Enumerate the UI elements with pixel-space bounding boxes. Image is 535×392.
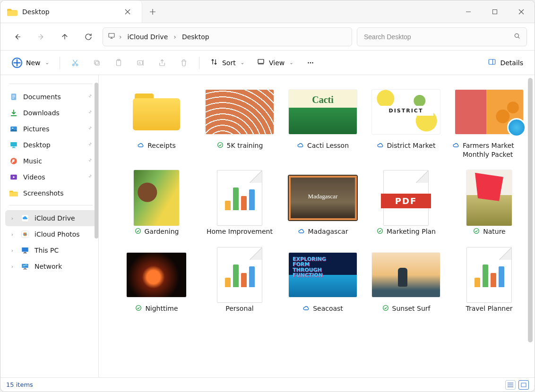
- cloud-status-icon: [302, 304, 310, 312]
- file-item[interactable]: Cacti Lesson: [286, 86, 360, 159]
- chevron-right-icon[interactable]: ›: [9, 215, 16, 222]
- file-item[interactable]: Nighttime: [120, 249, 193, 313]
- file-item[interactable]: Seacoast: [286, 249, 360, 313]
- delete-button[interactable]: [174, 54, 193, 71]
- sidebar-item-icloud-drive[interactable]: ›iCloud Drive: [5, 210, 96, 226]
- rename-button[interactable]: A: [131, 54, 150, 71]
- tab-close-button[interactable]: [121, 5, 134, 18]
- search-icon: [513, 32, 521, 41]
- chevron-right-icon[interactable]: ›: [9, 231, 16, 238]
- iphotos-icon: [20, 230, 30, 239]
- thumbnail-image: [127, 253, 186, 297]
- sidebar-item-this-pc[interactable]: ›This PC: [5, 242, 96, 258]
- forward-button[interactable]: [32, 27, 51, 46]
- file-item[interactable]: Farmers Market Monthly Packet: [452, 86, 526, 159]
- music-icon: [9, 156, 18, 166]
- refresh-button[interactable]: [79, 27, 98, 46]
- address-bar[interactable]: › iCloud Drive › Desktop: [103, 27, 352, 46]
- svg-rect-24: [12, 147, 16, 148]
- view-button[interactable]: View ⌄: [252, 54, 298, 71]
- synced-status-icon: [135, 304, 142, 312]
- network-icon: [20, 262, 30, 271]
- new-tab-button[interactable]: [142, 0, 163, 23]
- file-item[interactable]: Sunset Surf: [369, 249, 443, 313]
- sidebar-item-pictures[interactable]: Pictures: [5, 121, 96, 137]
- svg-point-14: [312, 62, 313, 63]
- file-item[interactable]: Madagascar: [286, 172, 360, 236]
- icons-view-button[interactable]: [518, 380, 529, 390]
- maximize-button[interactable]: [482, 0, 508, 23]
- file-item[interactable]: 5K training: [203, 86, 276, 159]
- copy-button[interactable]: [87, 54, 106, 71]
- file-item[interactable]: Marketing Plan: [369, 172, 443, 236]
- sidebar-item-screenshots[interactable]: Screenshots: [5, 185, 96, 201]
- thumbnail-image: [289, 253, 357, 297]
- minimize-button[interactable]: [455, 0, 482, 23]
- file-item[interactable]: Gardening: [120, 172, 193, 236]
- svg-rect-15: [489, 60, 496, 65]
- sidebar-item-icloud-photos[interactable]: ›iCloud Photos: [5, 226, 96, 242]
- sort-button[interactable]: Sort ⌄: [205, 54, 249, 71]
- file-item[interactable]: Personal: [203, 249, 276, 313]
- file-name-label: Gardening: [145, 227, 179, 236]
- svg-point-4: [76, 64, 78, 66]
- more-button[interactable]: [301, 54, 320, 71]
- toolbar: New ⌄ A Sort ⌄ View ⌄ Details: [0, 51, 535, 75]
- thumbnail-image: [206, 90, 274, 134]
- breadcrumb-desktop[interactable]: Desktop: [180, 32, 211, 42]
- share-button[interactable]: [153, 54, 172, 71]
- svg-rect-38: [25, 268, 26, 269]
- document-icon: [466, 247, 512, 303]
- pin-icon: [86, 141, 93, 149]
- file-item[interactable]: Travel Planner: [452, 249, 526, 313]
- view-icon: [257, 58, 265, 68]
- svg-point-44: [136, 305, 141, 310]
- search-box[interactable]: [357, 27, 527, 46]
- sidebar-item-desktop[interactable]: Desktop: [5, 137, 96, 153]
- chevron-right-icon: ›: [119, 33, 122, 41]
- file-name-label: Home Improvement: [207, 227, 273, 236]
- close-button[interactable]: [508, 0, 535, 23]
- synced-status-icon: [382, 304, 389, 312]
- documents-icon: [9, 92, 18, 102]
- up-button[interactable]: [55, 27, 74, 46]
- tab-desktop[interactable]: Desktop: [0, 0, 142, 23]
- file-name-label: Marketing Plan: [387, 227, 436, 236]
- sidebar-item-network[interactable]: ›Network: [5, 258, 96, 274]
- file-item[interactable]: District Market: [369, 86, 443, 159]
- svg-rect-23: [13, 147, 15, 148]
- file-explorer-window: Desktop › iCloud Drive › Desktop: [0, 0, 535, 392]
- sidebar-scrollbar[interactable]: [95, 83, 98, 239]
- sidebar-item-documents[interactable]: Documents: [5, 89, 96, 105]
- file-item[interactable]: Nature: [452, 172, 526, 236]
- cut-button[interactable]: [66, 54, 85, 71]
- pc-icon: [20, 246, 30, 255]
- sidebar-item-music[interactable]: Music: [5, 153, 96, 169]
- chevron-right-icon[interactable]: ›: [9, 247, 16, 254]
- paste-button[interactable]: [109, 54, 128, 71]
- status-bar: 15 items: [0, 377, 535, 392]
- breadcrumb-icloud-drive[interactable]: iCloud Drive: [126, 32, 170, 42]
- pictures-icon: [9, 124, 18, 134]
- svg-rect-46: [521, 383, 526, 387]
- file-item[interactable]: Home Improvement: [203, 172, 276, 236]
- body: DocumentsDownloadsPicturesDesktopMusicVi…: [0, 75, 535, 377]
- cloud-status-icon: [377, 141, 384, 149]
- downloads-icon: [9, 108, 18, 118]
- details-view-button[interactable]: [505, 380, 516, 390]
- svg-rect-6: [95, 60, 98, 64]
- chevron-right-icon[interactable]: ›: [9, 264, 16, 270]
- file-item[interactable]: Receipts: [120, 86, 193, 159]
- new-button[interactable]: New ⌄: [7, 54, 54, 71]
- search-input[interactable]: [363, 33, 509, 41]
- document-icon: [217, 247, 262, 303]
- content-scrollbar[interactable]: [528, 78, 533, 342]
- back-button[interactable]: [8, 27, 27, 46]
- sidebar-item-downloads[interactable]: Downloads: [5, 105, 96, 121]
- svg-point-40: [217, 143, 223, 148]
- details-pane-button[interactable]: Details: [483, 54, 528, 71]
- cloud-status-icon: [137, 141, 145, 149]
- item-count-label: 15 items: [6, 381, 33, 388]
- sidebar-item-videos[interactable]: Videos: [5, 169, 96, 185]
- svg-point-45: [383, 305, 388, 310]
